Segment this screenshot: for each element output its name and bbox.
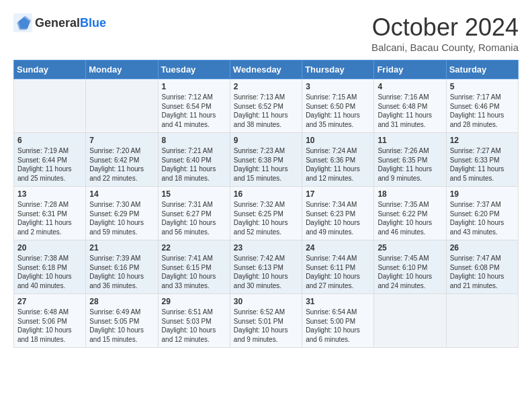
day-number: 30: [234, 297, 298, 306]
calendar-week-4: 20Sunrise: 7:38 AMSunset: 6:18 PMDayligh…: [14, 240, 519, 294]
calendar-cell: 4Sunrise: 7:16 AMSunset: 6:48 PMDaylight…: [374, 79, 446, 133]
calendar-cell: 30Sunrise: 6:52 AMSunset: 5:01 PMDayligh…: [230, 294, 302, 348]
calendar-cell: 12Sunrise: 7:27 AMSunset: 6:33 PMDayligh…: [446, 133, 518, 187]
calendar-cell: 26Sunrise: 7:47 AMSunset: 6:08 PMDayligh…: [446, 240, 518, 294]
calendar-week-3: 13Sunrise: 7:28 AMSunset: 6:31 PMDayligh…: [14, 187, 519, 240]
calendar-cell: 18Sunrise: 7:35 AMSunset: 6:22 PMDayligh…: [374, 187, 446, 240]
cell-details: Sunrise: 7:12 AMSunset: 6:54 PMDaylight:…: [162, 93, 226, 129]
day-number: 8: [162, 136, 226, 145]
day-number: 12: [450, 136, 515, 145]
day-number: 13: [17, 189, 82, 199]
cell-details: Sunrise: 6:54 AMSunset: 5:00 PMDaylight:…: [306, 308, 370, 344]
calendar-cell: 21Sunrise: 7:39 AMSunset: 6:16 PMDayligh…: [86, 240, 158, 294]
logo-text: GeneralBlue: [35, 16, 106, 30]
day-number: 20: [17, 243, 82, 253]
cell-details: Sunrise: 7:38 AMSunset: 6:18 PMDaylight:…: [17, 254, 82, 290]
calendar-cell: 22Sunrise: 7:41 AMSunset: 6:15 PMDayligh…: [158, 240, 230, 294]
logo-general: General: [35, 16, 80, 30]
calendar-cell: 19Sunrise: 7:37 AMSunset: 6:20 PMDayligh…: [446, 187, 518, 240]
calendar-week-2: 6Sunrise: 7:19 AMSunset: 6:44 PMDaylight…: [14, 133, 519, 187]
cell-details: Sunrise: 7:34 AMSunset: 6:23 PMDaylight:…: [306, 200, 370, 236]
cell-details: Sunrise: 7:19 AMSunset: 6:44 PMDaylight:…: [17, 146, 82, 183]
cell-details: Sunrise: 7:31 AMSunset: 6:27 PMDaylight:…: [162, 200, 226, 236]
calendar-cell: 3Sunrise: 7:15 AMSunset: 6:50 PMDaylight…: [302, 79, 374, 133]
day-number: 9: [234, 136, 298, 145]
day-number: 19: [450, 189, 515, 199]
calendar-cell: 24Sunrise: 7:44 AMSunset: 6:11 PMDayligh…: [302, 240, 374, 294]
cell-details: Sunrise: 7:21 AMSunset: 6:40 PMDaylight:…: [162, 146, 226, 183]
calendar-cell: 10Sunrise: 7:24 AMSunset: 6:36 PMDayligh…: [302, 133, 374, 187]
cell-details: Sunrise: 7:30 AMSunset: 6:29 PMDaylight:…: [89, 200, 154, 236]
calendar-cell: [374, 294, 446, 348]
calendar-cell: 28Sunrise: 6:49 AMSunset: 5:05 PMDayligh…: [86, 294, 158, 348]
day-number: 31: [306, 297, 370, 306]
generalblue-logo-icon: [13, 13, 32, 32]
day-header-thursday: Thursday: [302, 60, 374, 79]
calendar-header-row: SundayMondayTuesdayWednesdayThursdayFrid…: [14, 60, 519, 79]
day-number: 24: [306, 243, 370, 253]
calendar-table: SundayMondayTuesdayWednesdayThursdayFrid…: [13, 60, 519, 348]
day-number: 23: [234, 243, 298, 253]
cell-details: Sunrise: 7:16 AMSunset: 6:48 PMDaylight:…: [378, 93, 442, 129]
calendar-week-5: 27Sunrise: 6:48 AMSunset: 5:06 PMDayligh…: [14, 294, 519, 348]
calendar-cell: 1Sunrise: 7:12 AMSunset: 6:54 PMDaylight…: [158, 79, 230, 133]
day-number: 18: [378, 189, 442, 199]
cell-details: Sunrise: 7:44 AMSunset: 6:11 PMDaylight:…: [306, 254, 370, 290]
calendar-cell: 7Sunrise: 7:20 AMSunset: 6:42 PMDaylight…: [86, 133, 158, 187]
calendar-cell: 9Sunrise: 7:23 AMSunset: 6:38 PMDaylight…: [230, 133, 302, 187]
day-number: 22: [162, 243, 226, 253]
day-number: 15: [162, 189, 226, 199]
calendar-cell: 2Sunrise: 7:13 AMSunset: 6:52 PMDaylight…: [230, 79, 302, 133]
title-block: October 2024 Balcani, Bacau County, Roma…: [371, 13, 519, 53]
location-subtitle: Balcani, Bacau County, Romania: [371, 42, 519, 53]
cell-details: Sunrise: 7:17 AMSunset: 6:46 PMDaylight:…: [450, 93, 515, 129]
day-number: 25: [378, 243, 442, 253]
cell-details: Sunrise: 6:52 AMSunset: 5:01 PMDaylight:…: [234, 308, 298, 344]
day-number: 14: [89, 189, 154, 199]
day-header-monday: Monday: [86, 60, 158, 79]
day-number: 10: [306, 136, 370, 145]
day-number: 28: [89, 297, 154, 306]
calendar-cell: [86, 79, 158, 133]
day-number: 21: [89, 243, 154, 253]
day-number: 4: [378, 82, 442, 91]
day-number: 1: [162, 82, 226, 91]
calendar-cell: 8Sunrise: 7:21 AMSunset: 6:40 PMDaylight…: [158, 133, 230, 187]
cell-details: Sunrise: 7:41 AMSunset: 6:15 PMDaylight:…: [162, 254, 226, 290]
calendar-cell: 11Sunrise: 7:26 AMSunset: 6:35 PMDayligh…: [374, 133, 446, 187]
calendar-cell: 29Sunrise: 6:51 AMSunset: 5:03 PMDayligh…: [158, 294, 230, 348]
day-header-friday: Friday: [374, 60, 446, 79]
calendar-cell: 31Sunrise: 6:54 AMSunset: 5:00 PMDayligh…: [302, 294, 374, 348]
day-number: 6: [17, 136, 82, 145]
cell-details: Sunrise: 7:47 AMSunset: 6:08 PMDaylight:…: [450, 254, 515, 290]
cell-details: Sunrise: 7:27 AMSunset: 6:33 PMDaylight:…: [450, 146, 515, 183]
day-number: 17: [306, 189, 370, 199]
calendar-cell: 14Sunrise: 7:30 AMSunset: 6:29 PMDayligh…: [86, 187, 158, 240]
cell-details: Sunrise: 6:51 AMSunset: 5:03 PMDaylight:…: [162, 308, 226, 344]
day-number: 3: [306, 82, 370, 91]
day-header-wednesday: Wednesday: [230, 60, 302, 79]
cell-details: Sunrise: 7:37 AMSunset: 6:20 PMDaylight:…: [450, 200, 515, 236]
day-number: 16: [234, 189, 298, 199]
logo-blue: Blue: [80, 16, 106, 30]
calendar-cell: 16Sunrise: 7:32 AMSunset: 6:25 PMDayligh…: [230, 187, 302, 240]
calendar-cell: 20Sunrise: 7:38 AMSunset: 6:18 PMDayligh…: [14, 240, 86, 294]
cell-details: Sunrise: 6:48 AMSunset: 5:06 PMDaylight:…: [17, 308, 82, 344]
calendar-cell: 5Sunrise: 7:17 AMSunset: 6:46 PMDaylight…: [446, 79, 518, 133]
cell-details: Sunrise: 7:15 AMSunset: 6:50 PMDaylight:…: [306, 93, 370, 129]
cell-details: Sunrise: 7:20 AMSunset: 6:42 PMDaylight:…: [89, 146, 154, 183]
day-number: 27: [17, 297, 82, 306]
calendar-cell: 23Sunrise: 7:42 AMSunset: 6:13 PMDayligh…: [230, 240, 302, 294]
calendar-week-1: 1Sunrise: 7:12 AMSunset: 6:54 PMDaylight…: [14, 79, 519, 133]
day-number: 5: [450, 82, 515, 91]
calendar-cell: 25Sunrise: 7:45 AMSunset: 6:10 PMDayligh…: [374, 240, 446, 294]
page-header: GeneralBlue October 2024 Balcani, Bacau …: [13, 13, 519, 53]
day-header-saturday: Saturday: [446, 60, 518, 79]
calendar-cell: 17Sunrise: 7:34 AMSunset: 6:23 PMDayligh…: [302, 187, 374, 240]
day-number: 2: [234, 82, 298, 91]
cell-details: Sunrise: 7:35 AMSunset: 6:22 PMDaylight:…: [378, 200, 442, 236]
cell-details: Sunrise: 7:24 AMSunset: 6:36 PMDaylight:…: [306, 146, 370, 183]
cell-details: Sunrise: 7:45 AMSunset: 6:10 PMDaylight:…: [378, 254, 442, 290]
month-title: October 2024: [371, 13, 519, 42]
calendar-cell: 6Sunrise: 7:19 AMSunset: 6:44 PMDaylight…: [14, 133, 86, 187]
